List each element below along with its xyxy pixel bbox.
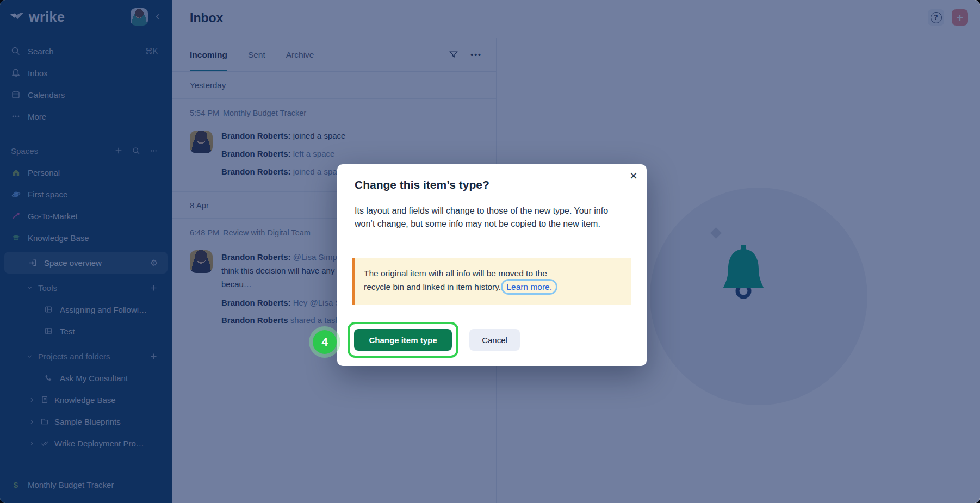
change-item-type-dialog: ✕ Change this item’s type? Its layout an… [337,164,647,366]
wrike-app-window: wrike ‹ Search ⌘K Inbox [0,0,980,503]
learn-more-link[interactable]: Learn more. [506,282,552,291]
warning-text-line2: recycle bin and linked in item history. [364,282,501,291]
learn-more-highlight-annotation: Learn more. [501,279,557,295]
warning-text-line1: The original item with all info will be … [364,269,547,278]
step-number-badge: 4 [313,330,337,354]
dialog-title: Change this item’s type? [355,178,489,191]
cancel-button[interactable]: Cancel [469,329,520,351]
warning-callout: The original item with all info will be … [352,258,631,305]
dialog-body-text: Its layout and fields will change to tho… [355,204,615,230]
close-icon[interactable]: ✕ [629,171,638,181]
change-item-type-button[interactable]: Change item type [354,329,452,351]
